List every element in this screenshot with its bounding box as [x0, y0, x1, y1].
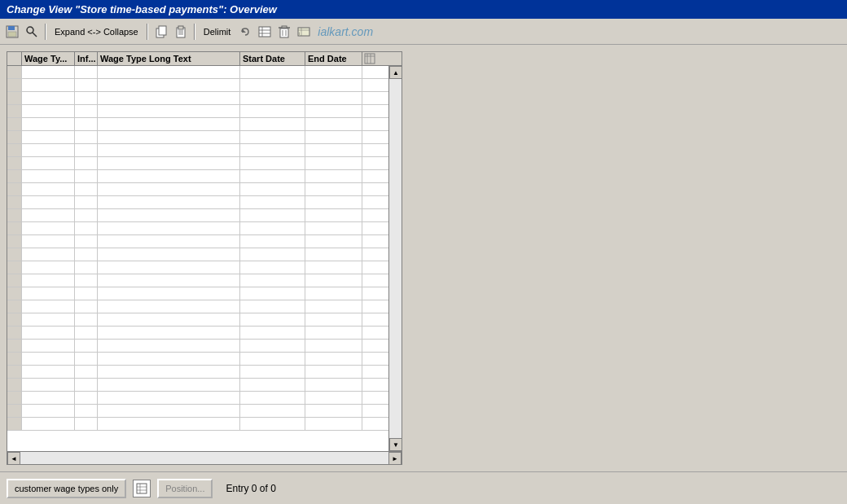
start-date-cell[interactable]: [240, 418, 305, 430]
start-date-cell[interactable]: [240, 118, 305, 130]
wage-type-cell[interactable]: [22, 353, 75, 365]
inf-cell[interactable]: [75, 405, 98, 417]
long-text-cell[interactable]: [98, 392, 240, 404]
long-text-cell[interactable]: [98, 170, 240, 182]
start-date-cell[interactable]: [240, 392, 305, 404]
end-date-cell[interactable]: [305, 209, 362, 221]
wage-type-cell[interactable]: [22, 392, 75, 404]
table-row[interactable]: [7, 157, 388, 170]
table-row[interactable]: [7, 287, 388, 300]
table-row[interactable]: [7, 405, 388, 418]
long-text-cell[interactable]: [98, 131, 240, 143]
row-select[interactable]: [7, 118, 22, 130]
wage-type-cell[interactable]: [22, 248, 75, 261]
table-row[interactable]: [7, 66, 388, 79]
customer-wage-types-button[interactable]: customer wage types only: [7, 479, 126, 498]
wage-type-cell[interactable]: [22, 274, 75, 287]
table-row[interactable]: [7, 118, 388, 131]
row-select[interactable]: [7, 300, 22, 313]
end-date-cell[interactable]: [305, 92, 362, 104]
table-row[interactable]: [7, 209, 388, 222]
info-icon[interactable]: i: [295, 23, 313, 41]
inf-cell[interactable]: [75, 118, 98, 130]
long-text-cell[interactable]: [98, 105, 240, 117]
row-select[interactable]: [7, 287, 22, 300]
start-date-cell[interactable]: [240, 92, 305, 104]
start-date-cell[interactable]: [240, 340, 305, 352]
wage-type-cell[interactable]: [22, 196, 75, 208]
long-text-cell[interactable]: [98, 300, 240, 313]
long-text-cell[interactable]: [98, 353, 240, 365]
position-button[interactable]: Position...: [157, 479, 213, 498]
row-select[interactable]: [7, 105, 22, 117]
start-date-cell[interactable]: [240, 248, 305, 261]
inf-cell[interactable]: [75, 79, 98, 91]
start-date-cell[interactable]: [240, 405, 305, 417]
delete-icon[interactable]: [275, 23, 293, 41]
delimit-button[interactable]: Delimit: [200, 25, 235, 38]
inf-cell[interactable]: [75, 392, 98, 404]
table-row[interactable]: [7, 261, 388, 274]
start-date-cell[interactable]: [240, 170, 305, 182]
long-text-cell[interactable]: [98, 79, 240, 91]
inf-cell[interactable]: [75, 144, 98, 156]
wage-type-cell[interactable]: [22, 79, 75, 91]
start-date-cell[interactable]: [240, 379, 305, 391]
row-select[interactable]: [7, 418, 22, 430]
inf-cell[interactable]: [75, 287, 98, 300]
wage-type-cell[interactable]: [22, 183, 75, 195]
end-date-cell[interactable]: [305, 170, 362, 182]
start-date-cell[interactable]: [240, 209, 305, 221]
end-date-cell[interactable]: [305, 79, 362, 91]
inf-cell[interactable]: [75, 300, 98, 313]
long-text-cell[interactable]: [98, 66, 240, 78]
start-date-cell[interactable]: [240, 235, 305, 248]
row-select[interactable]: [7, 235, 22, 248]
row-select[interactable]: [7, 131, 22, 143]
table-row[interactable]: [7, 105, 388, 118]
start-date-cell[interactable]: [240, 287, 305, 300]
end-date-cell[interactable]: [305, 340, 362, 352]
inf-cell[interactable]: [75, 222, 98, 234]
long-text-cell[interactable]: [98, 379, 240, 391]
undo-icon[interactable]: [236, 23, 254, 41]
scroll-up-button[interactable]: ▲: [389, 66, 402, 79]
end-date-cell[interactable]: [305, 118, 362, 130]
wage-type-cell[interactable]: [22, 144, 75, 156]
inf-cell[interactable]: [75, 92, 98, 104]
end-date-cell[interactable]: [305, 313, 362, 326]
end-date-cell[interactable]: [305, 183, 362, 195]
inf-cell[interactable]: [75, 340, 98, 352]
table-row[interactable]: [7, 392, 388, 405]
row-select[interactable]: [7, 183, 22, 195]
end-date-cell[interactable]: [305, 196, 362, 208]
table-row[interactable]: [7, 418, 388, 431]
start-date-cell[interactable]: [240, 157, 305, 169]
search-icon[interactable]: [23, 23, 41, 41]
wage-type-cell[interactable]: [22, 209, 75, 221]
row-select[interactable]: [7, 274, 22, 287]
position-icon[interactable]: [133, 480, 151, 497]
wage-type-cell[interactable]: [22, 379, 75, 391]
start-date-cell[interactable]: [240, 300, 305, 313]
start-date-cell[interactable]: [240, 144, 305, 156]
long-text-cell[interactable]: [98, 144, 240, 156]
table-row[interactable]: [7, 131, 388, 144]
inf-cell[interactable]: [75, 418, 98, 430]
inf-cell[interactable]: [75, 366, 98, 378]
table-row[interactable]: [7, 196, 388, 209]
inf-cell[interactable]: [75, 235, 98, 248]
h-scroll-track[interactable]: [20, 452, 388, 464]
table-row[interactable]: [7, 353, 388, 366]
wage-type-cell[interactable]: [22, 118, 75, 130]
wage-type-cell[interactable]: [22, 170, 75, 182]
inf-cell[interactable]: [75, 131, 98, 143]
long-text-cell[interactable]: [98, 222, 240, 234]
table-row[interactable]: [7, 327, 388, 340]
start-date-cell[interactable]: [240, 131, 305, 143]
long-text-cell[interactable]: [98, 183, 240, 195]
wage-type-cell[interactable]: [22, 287, 75, 300]
long-text-cell[interactable]: [98, 92, 240, 104]
end-date-cell[interactable]: [305, 131, 362, 143]
new-rows-icon[interactable]: [256, 23, 274, 41]
